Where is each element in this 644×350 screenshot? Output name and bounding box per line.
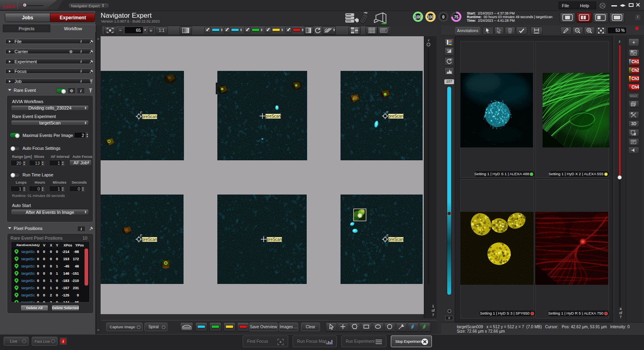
svg-text:75: 75 — [454, 15, 458, 19]
svg-text:Leica: Leica — [2, 2, 15, 10]
svg-text:100: 100 — [427, 15, 434, 19]
svg-text:ALL: ALL — [497, 32, 501, 34]
svg-text:DDD: DDD — [632, 134, 636, 136]
svg-text:0: 0 — [442, 15, 444, 19]
svg-text:100: 100 — [415, 15, 421, 19]
